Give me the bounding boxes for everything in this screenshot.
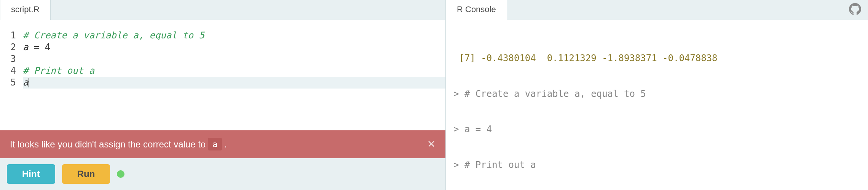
feedback-message-prefix: It looks like you didn't assign the corr… <box>10 139 206 150</box>
editor-tab-script[interactable]: script.R <box>0 0 51 20</box>
code-line[interactable]: # Create a variable a, equal to 5 <box>23 30 445 41</box>
console-output[interactable]: [7] -0.4380104 0.1121329 -1.8938371 -0.0… <box>446 20 868 190</box>
code-line[interactable]: a <box>23 77 445 89</box>
feedback-message-suffix: . <box>224 139 227 150</box>
code-line[interactable]: # Print out a <box>23 65 445 77</box>
action-bar: Hint Run <box>0 158 445 190</box>
feedback-code-chip: a <box>208 138 222 150</box>
code-editor[interactable]: 1 2 3 4 5 # Create a variable a, equal t… <box>0 20 445 130</box>
github-icon[interactable] <box>849 3 861 17</box>
status-indicator-icon <box>117 170 124 178</box>
hint-button[interactable]: Hint <box>7 164 55 184</box>
line-number-gutter: 1 2 3 4 5 <box>0 30 23 130</box>
editor-tab-bar: script.R <box>0 0 445 20</box>
console-line: > # Print out a <box>453 159 860 171</box>
console-line: > a = 4 <box>453 124 860 135</box>
close-icon[interactable]: ✕ <box>427 138 436 150</box>
console-tab-bar: R Console <box>446 0 868 20</box>
code-line[interactable] <box>23 53 445 65</box>
console-line: > # Create a variable a, equal to 5 <box>453 88 860 100</box>
console-tab[interactable]: R Console <box>446 0 507 20</box>
run-button[interactable]: Run <box>62 164 110 184</box>
console-line: [7] -0.4380104 0.1121329 -1.8938371 -0.0… <box>453 52 860 64</box>
feedback-banner: It looks like you didn't assign the corr… <box>0 130 445 158</box>
code-line[interactable]: a = 4 <box>23 41 445 53</box>
editor-cursor <box>29 78 29 87</box>
